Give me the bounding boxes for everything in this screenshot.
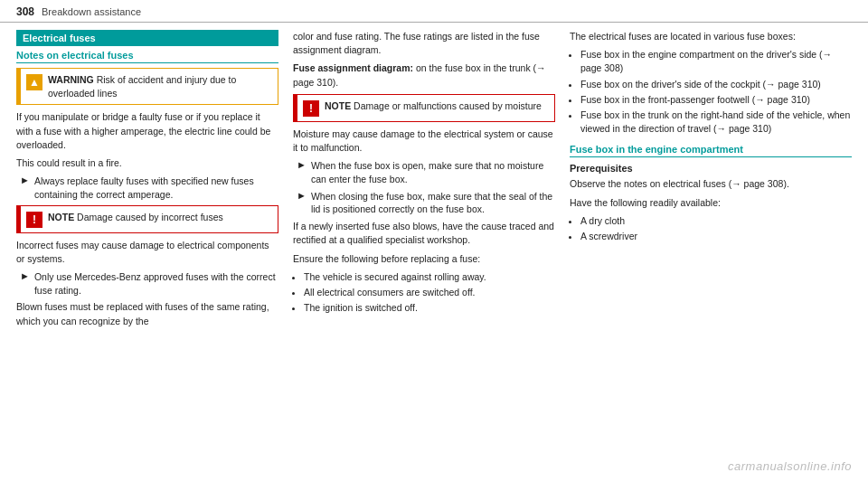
prereq-para2: Have the following readily available: [570, 196, 852, 210]
para-color-fuse: color and fuse rating. The fuse ratings … [293, 30, 555, 57]
warning-icon: ▲ [26, 74, 42, 90]
note-box-moisture: ! NOTE Damage or malfunctions caused by … [293, 94, 555, 122]
note-label-2: NOTE [325, 100, 351, 111]
para-ensure-following: Ensure the following before replacing a … [293, 252, 555, 266]
ensure-list: The vehicle is secured against rolling a… [304, 270, 555, 316]
note-text-1: Damage caused by incorrect fuses [77, 212, 223, 222]
para-overloaded: If you manipulate or bridge a faulty fus… [16, 110, 278, 152]
col-right: The electrical fuses are located in vari… [570, 30, 852, 479]
section-heading-electrical-fuses: Electrical fuses [16, 30, 278, 46]
arrow-icon-1: ► [20, 175, 30, 185]
arrow-item-fuse-box-closing: ► When closing the fuse box, make sure t… [293, 190, 555, 216]
warning-label: WARNING [48, 74, 94, 85]
prereq-item-2: A screwdriver [580, 230, 852, 243]
fuse-location-4: Fuse box in the trunk on the right-hand … [580, 109, 852, 136]
ensure-item-1: The vehicle is secured against rolling a… [304, 270, 555, 284]
prereq-para1: Observe the notes on electrical fuses (→… [570, 177, 852, 191]
arrow-text-4: When closing the fuse box, make sure tha… [311, 190, 555, 216]
page-header-title: Breakdown assistance [42, 6, 141, 17]
note-icon-1: ! [26, 212, 42, 228]
fuse-location-3: Fuse box in the front-passenger footwell… [580, 93, 852, 107]
fuse-location-1: Fuse box in the engine compartment on th… [580, 48, 852, 75]
prereq-heading: Prerequisites [570, 162, 852, 176]
arrow-icon-3: ► [297, 159, 307, 170]
prereq-item-1: A dry cloth [580, 214, 852, 228]
sub-heading-notes-electrical-fuses: Notes on electrical fuses [16, 50, 278, 63]
fuse-diagram-label: Fuse assignment diagram: [293, 62, 413, 73]
ensure-item-2: All electrical consumers are switched of… [304, 286, 555, 299]
para-fuse-locations-intro: The electrical fuses are located in vari… [570, 30, 852, 43]
fuse-location-2: Fuse box on the driver's side of the coc… [580, 78, 852, 91]
arrow-item-mercedes-fuses: ► Only use Mercedes-Benz approved fuses … [16, 270, 278, 297]
para-fire: This could result in a fire. [16, 156, 278, 170]
arrow-text-3: When the fuse box is open, make sure tha… [311, 159, 555, 185]
note-box-incorrect-fuses: ! NOTE Damage caused by incorrect fuses [16, 205, 278, 233]
col-left: Electrical fuses Notes on electrical fus… [16, 30, 278, 479]
watermark: carmanualsonline.info [728, 459, 852, 473]
arrow-text-2: Only use Mercedes-Benz approved fuses wi… [34, 270, 278, 297]
prereq-list: A dry cloth A screwdriver [580, 214, 852, 243]
para-new-fuse-blows: If a newly inserted fuse also blows, hav… [293, 220, 555, 247]
arrow-text-1: Always replace faulty fuses with specifi… [34, 175, 278, 201]
page-header: 308 Breakdown assistance [0, 0, 868, 23]
sub-heading-fuse-box-engine: Fuse box in the engine compartment [570, 144, 852, 157]
arrow-item-fuse-box-open: ► When the fuse box is open, make sure t… [293, 159, 555, 185]
arrow-icon-4: ► [297, 190, 307, 201]
arrow-icon-2: ► [20, 270, 30, 281]
warning-box-accident: ▲ WARNING Risk of accident and injury du… [16, 68, 278, 105]
ensure-item-3: The ignition is switched off. [304, 301, 555, 315]
content-area: Electrical fuses Notes on electrical fus… [0, 30, 868, 479]
para-fuse-diagram: Fuse assignment diagram: on the fuse box… [293, 61, 555, 89]
para-moisture-damage: Moisture may cause damage to the electri… [293, 128, 555, 155]
para-incorrect-damage: Incorrect fuses may cause damage to elec… [16, 239, 278, 266]
col-middle: color and fuse rating. The fuse ratings … [293, 30, 555, 479]
arrow-item-replace-fuses: ► Always replace faulty fuses with speci… [16, 175, 278, 201]
para-blown-fuses: Blown fuses must be replaced with fuses … [16, 300, 278, 327]
note-icon-2: ! [303, 100, 319, 117]
note-label-1: NOTE [48, 212, 74, 222]
page-number: 308 [16, 5, 34, 18]
note-text-2: Damage or malfunctions caused by moistur… [354, 100, 542, 111]
fuse-locations-list: Fuse box in the engine compartment on th… [580, 48, 852, 136]
